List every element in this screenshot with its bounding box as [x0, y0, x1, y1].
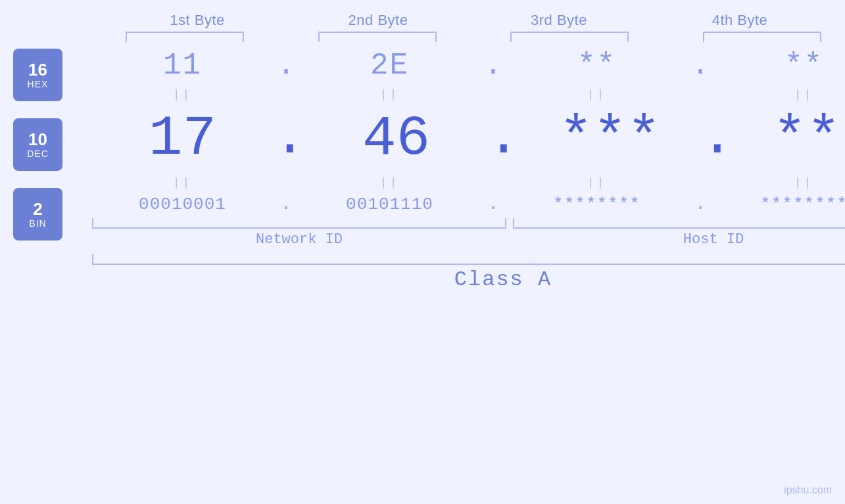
- equals2-byte4: ||: [713, 176, 845, 189]
- bin-byte3: ********: [506, 195, 687, 214]
- dec-byte4: ***: [733, 106, 845, 171]
- bracket-byte1: [126, 32, 244, 42]
- badges-column: 16 HEX 10 DEC 2 BIN: [13, 49, 62, 248]
- bracket-byte4: [703, 32, 821, 42]
- id-labels: Network ID Host ID: [92, 231, 845, 248]
- hex-byte4: **: [713, 49, 845, 83]
- dec-byte3: ***: [519, 106, 700, 171]
- dec-badge-number: 10: [28, 130, 47, 149]
- network-id-label: Network ID: [92, 231, 506, 248]
- equals1-byte2: ||: [299, 88, 480, 101]
- equals2-byte1: ||: [92, 176, 273, 189]
- values-area: 11 . 2E . ** . ** ||: [0, 42, 845, 504]
- dec-badge-label: DEC: [27, 149, 49, 159]
- bin-badge-label: BIN: [29, 218, 46, 229]
- hex-sep1: .: [273, 51, 299, 81]
- network-id-bracket: [92, 218, 506, 229]
- byte-3-header: 3rd Byte: [469, 12, 650, 29]
- bin-row: 00010001 . 00101110 . ******** . *******…: [92, 195, 845, 214]
- equals2-symbol1: ||: [173, 176, 193, 189]
- dec-sep3: .: [700, 109, 733, 171]
- equals2-symbol4: ||: [794, 176, 814, 189]
- host-id-bracket: [513, 218, 845, 229]
- bracket-byte2: [318, 32, 437, 42]
- dec-badge: 10 DEC: [13, 118, 62, 171]
- byte-4-header: 4th Byte: [650, 12, 831, 29]
- dec-byte2: 46: [306, 106, 487, 171]
- equals1-symbol1: ||: [173, 88, 193, 101]
- bin-byte1: 00010001: [92, 195, 273, 214]
- main-container: 1st Byte 2nd Byte 3rd Byte 4th Byte 16 H…: [0, 0, 845, 504]
- equals1-byte4: ||: [713, 88, 845, 101]
- hex-badge-label: HEX: [28, 79, 49, 89]
- bin-byte4: ********: [713, 195, 845, 214]
- hex-sep3: .: [687, 51, 713, 81]
- class-a-bracket: [92, 254, 845, 265]
- equals2-byte3: ||: [506, 176, 687, 189]
- hex-byte3: **: [506, 49, 687, 83]
- hex-byte2: 2E: [299, 49, 480, 83]
- bin-sep3: .: [687, 196, 713, 213]
- byte-headers: 1st Byte 2nd Byte 3rd Byte 4th Byte: [0, 12, 845, 29]
- byte-1-header: 1st Byte: [107, 12, 288, 29]
- class-label-row: Class A: [92, 267, 845, 292]
- bin-sep2: .: [480, 196, 506, 213]
- bin-byte2: 00101110: [299, 195, 480, 214]
- equals2-symbol2: ||: [380, 176, 400, 189]
- bin-sep1: .: [273, 196, 299, 213]
- equals1-byte1: ||: [92, 88, 273, 101]
- bin-badge-number: 2: [33, 200, 42, 219]
- equals1-symbol2: ||: [380, 88, 400, 101]
- hex-byte1: 11: [92, 49, 273, 83]
- equals-row-1: || || || ||: [92, 83, 845, 106]
- dec-row: 17 . 46 . *** . ***: [92, 106, 845, 171]
- bin-badge: 2 BIN: [13, 188, 62, 241]
- top-brackets: [0, 32, 845, 42]
- content-area: 16 HEX 10 DEC 2 BIN 11 . 2E: [0, 42, 845, 504]
- hex-badge: 16 HEX: [13, 49, 62, 101]
- dec-byte1: 17: [92, 106, 273, 171]
- equals1-byte3: ||: [506, 88, 687, 101]
- dec-sep1: .: [273, 109, 306, 171]
- bottom-brackets: [92, 218, 845, 229]
- bracket-byte3: [510, 32, 629, 42]
- byte-2-header: 2nd Byte: [288, 12, 469, 29]
- hex-badge-number: 16: [28, 60, 47, 80]
- dec-sep2: .: [487, 109, 519, 171]
- host-id-label: Host ID: [513, 231, 845, 248]
- equals1-symbol3: ||: [587, 88, 607, 101]
- watermark: ipshu.com: [784, 484, 832, 496]
- hex-row: 11 . 2E . ** . **: [92, 49, 845, 83]
- hex-sep2: .: [480, 51, 506, 81]
- equals1-symbol4: ||: [794, 88, 814, 101]
- equals-row-2: || || || ||: [92, 171, 845, 195]
- class-a-label: Class A: [454, 267, 552, 292]
- equals2-symbol3: ||: [587, 176, 607, 189]
- equals2-byte2: ||: [299, 176, 480, 189]
- class-bracket: [92, 254, 845, 265]
